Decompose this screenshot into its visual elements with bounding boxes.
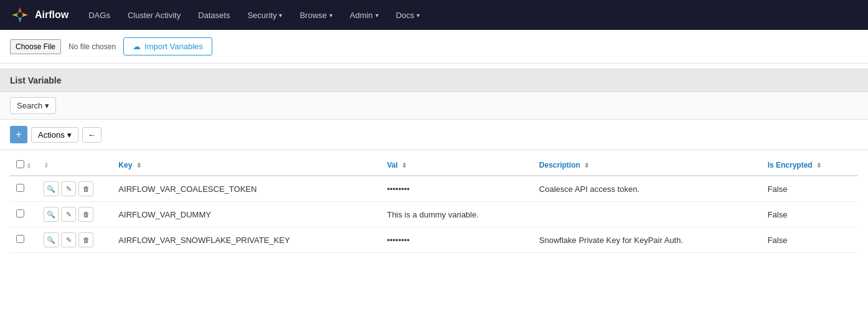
edit-icon-btn-2[interactable]: ✎ (61, 232, 76, 247)
search-icon-btn-0[interactable]: 🔍 (44, 181, 59, 196)
row-key-0: AIRFLOW_VAR_COALESCE_TOKEN (112, 176, 380, 202)
variables-table-wrapper: ⇕ ⇕ Key ⇕ Val ⇕ Description (0, 155, 868, 263)
header-description[interactable]: Description ⇕ (533, 155, 762, 176)
navbar: Airflow DAGs Cluster Activity Datasets S… (0, 0, 868, 30)
row-is-encrypted-0: False (762, 176, 858, 202)
import-variables-button[interactable]: ☁ Import Variables (123, 37, 212, 55)
back-button[interactable]: ← (82, 127, 101, 143)
row-checkbox-0[interactable] (16, 184, 24, 192)
security-caret: ▾ (279, 12, 282, 19)
search-icon-btn-1[interactable]: 🔍 (44, 207, 59, 222)
nav-security[interactable]: Security ▾ (240, 6, 290, 25)
delete-icon-btn-0[interactable]: 🗑 (78, 181, 93, 196)
add-button[interactable]: + (10, 126, 27, 143)
row-is-encrypted-2: False (762, 227, 858, 253)
header-val[interactable]: Val ⇕ (380, 155, 532, 176)
row-is-encrypted-1: False (762, 202, 858, 227)
row-actions-cell: 🔍 ✎ 🗑 (37, 227, 112, 253)
row-checkbox-1[interactable] (16, 209, 24, 217)
variables-table: ⇕ ⇕ Key ⇕ Val ⇕ Description (10, 155, 858, 253)
delete-icon-btn-1[interactable]: 🗑 (78, 207, 93, 222)
header-checkbox-col: ⇕ (10, 155, 37, 176)
row-val-1: This is a dummy variable. (380, 202, 532, 227)
section-title: List Variable (0, 69, 868, 92)
table-header-row: ⇕ ⇕ Key ⇕ Val ⇕ Description (10, 155, 858, 176)
nav-dags[interactable]: DAGs (81, 6, 118, 25)
browse-caret: ▾ (329, 12, 333, 19)
row-checkbox-cell (10, 227, 37, 253)
choose-file-button[interactable]: Choose File (10, 39, 61, 54)
row-val-2: •••••••• (380, 227, 532, 253)
top-bar: Choose File No file chosen ☁ Import Vari… (0, 30, 868, 64)
search-bar: Search ▾ (0, 92, 868, 120)
admin-caret: ▾ (375, 12, 379, 19)
row-checkbox-2[interactable] (16, 235, 24, 243)
svg-marker-3 (12, 13, 18, 17)
docs-caret: ▾ (417, 12, 420, 19)
nav-cluster-activity[interactable]: Cluster Activity (120, 6, 188, 25)
key-sort-icon: ⇕ (136, 162, 141, 169)
edit-icon-btn-0[interactable]: ✎ (61, 181, 76, 196)
delete-icon-btn-2[interactable]: 🗑 (78, 232, 93, 247)
row-key-1: AIRFLOW_VAR_DUMMY (112, 202, 380, 227)
select-all-checkbox[interactable] (16, 160, 24, 168)
nav-admin[interactable]: Admin ▾ (342, 6, 386, 25)
val-sort-icon: ⇕ (402, 162, 407, 169)
svg-marker-1 (22, 13, 28, 17)
svg-marker-0 (18, 7, 22, 13)
no-file-text: No file chosen (68, 42, 116, 51)
row-description-0: Coalesce API access token. (533, 176, 762, 202)
search-dropdown[interactable]: Search ▾ (10, 97, 56, 114)
edit-icon-btn-1[interactable]: ✎ (61, 207, 76, 222)
nav-browse[interactable]: Browse ▾ (292, 6, 339, 25)
row-checkbox-cell (10, 176, 37, 202)
svg-marker-2 (18, 17, 22, 23)
header-is-encrypted[interactable]: Is Encrypted ⇕ (762, 155, 858, 176)
actions-caret-icon: ▾ (67, 130, 72, 140)
row-actions-cell: 🔍 ✎ 🗑 (37, 202, 112, 227)
row-key-2: AIRFLOW_VAR_SNOWFLAKE_PRIVATE_KEY (112, 227, 380, 253)
row-description-2: Snowflake Private Key for KeyPair Auth. (533, 227, 762, 253)
header-actions-col: ⇕ (37, 155, 112, 176)
brand-name: Airflow (35, 9, 68, 21)
table-row: 🔍 ✎ 🗑 AIRFLOW_VAR_SNOWFLAKE_PRIVATE_KEY … (10, 227, 858, 253)
toolbar: + Actions ▾ ← (0, 120, 868, 150)
desc-sort-icon: ⇕ (584, 162, 589, 169)
actions-dropdown-button[interactable]: Actions ▾ (31, 127, 78, 143)
row-checkbox-cell (10, 202, 37, 227)
nav-docs[interactable]: Docs ▾ (389, 6, 428, 25)
table-row: 🔍 ✎ 🗑 AIRFLOW_VAR_COALESCE_TOKEN •••••••… (10, 176, 858, 202)
brand: Airflow (10, 5, 68, 25)
page-content: Choose File No file chosen ☁ Import Vari… (0, 30, 868, 263)
row-description-1 (533, 202, 762, 227)
search-icon-btn-2[interactable]: 🔍 (44, 232, 59, 247)
nav-datasets[interactable]: Datasets (191, 6, 237, 25)
cloud-icon: ☁ (133, 42, 141, 51)
row-val-0: •••••••• (380, 176, 532, 202)
encrypted-sort-icon: ⇕ (816, 162, 821, 169)
search-caret-icon: ▾ (45, 101, 49, 110)
table-row: 🔍 ✎ 🗑 AIRFLOW_VAR_DUMMY This is a dummy … (10, 202, 858, 227)
airflow-logo (10, 5, 30, 25)
row-actions-cell: 🔍 ✎ 🗑 (37, 176, 112, 202)
header-key[interactable]: Key ⇕ (112, 155, 380, 176)
